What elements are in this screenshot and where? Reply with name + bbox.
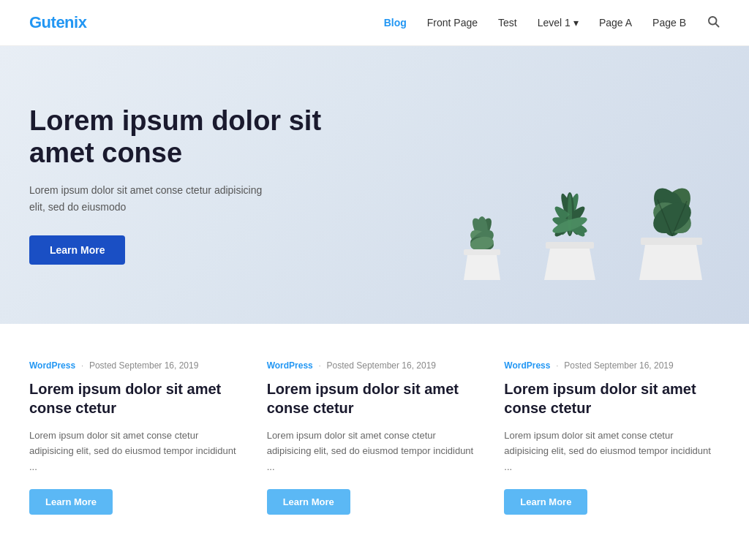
blog-category-3[interactable]: WordPress: [504, 360, 550, 371]
hero-section: Lorem ipsum dolor sit amet conse Lorem i…: [0, 46, 749, 324]
nav-item-level1[interactable]: Level 1 ▾: [538, 17, 579, 29]
hero-content: Lorem ipsum dolor sit amet conse Lorem i…: [29, 105, 322, 265]
blog-excerpt-3: Lorem ipsum dolor sit amet conse ctetur …: [504, 428, 720, 474]
blog-cta-button-1[interactable]: Learn More: [29, 489, 113, 515]
blog-dot-1: ·: [81, 362, 83, 370]
main-nav: Blog Front Page Test Level 1 ▾ Page A Pa…: [384, 15, 720, 31]
plant-2: [530, 178, 610, 280]
svg-point-18: [568, 194, 572, 235]
blog-card-2: WordPress · Posted September 16, 2019 Lo…: [267, 360, 483, 515]
nav-item-page-b[interactable]: Page B: [652, 17, 686, 29]
site-header: Gutenix Blog Front Page Test Level 1 ▾ P…: [0, 0, 749, 46]
hero-cta-button[interactable]: Learn More: [29, 235, 125, 265]
svg-rect-19: [546, 242, 594, 249]
nav-item-page-a[interactable]: Page A: [599, 17, 632, 29]
blog-excerpt-2: Lorem ipsum dolor sit amet conse ctetur …: [267, 428, 483, 474]
blog-title-3: Lorem ipsum dolor sit amet conse ctetur: [504, 379, 720, 417]
site-logo[interactable]: Gutenix: [29, 13, 86, 32]
svg-marker-20: [544, 249, 595, 280]
nav-item-test[interactable]: Test: [498, 17, 517, 29]
blog-date-2: Posted September 16, 2019: [327, 360, 436, 371]
blog-card-1: WordPress · Posted September 16, 2019 Lo…: [29, 360, 245, 515]
blog-meta-2: WordPress · Posted September 16, 2019: [267, 360, 483, 371]
plant-3: [625, 170, 720, 280]
search-icon[interactable]: [707, 15, 720, 31]
blog-date-1: Posted September 16, 2019: [89, 360, 198, 371]
blog-cta-button-3[interactable]: Learn More: [504, 489, 587, 515]
hero-illustration: [322, 90, 720, 280]
blog-section: WordPress · Posted September 16, 2019 Lo…: [0, 324, 749, 551]
svg-rect-9: [464, 249, 500, 255]
chevron-down-icon: ▾: [573, 17, 579, 29]
blog-card-3: WordPress · Posted September 16, 2019 Lo…: [504, 360, 720, 515]
blog-meta-3: WordPress · Posted September 16, 2019: [504, 360, 720, 371]
svg-marker-29: [639, 245, 702, 280]
blog-grid: WordPress · Posted September 16, 2019 Lo…: [29, 360, 720, 515]
blog-excerpt-1: Lorem ipsum dolor sit amet conse ctetur …: [29, 428, 245, 474]
blog-category-1[interactable]: WordPress: [29, 360, 75, 371]
blog-meta-1: WordPress · Posted September 16, 2019: [29, 360, 245, 371]
blog-title-2: Lorem ipsum dolor sit amet conse ctetur: [267, 379, 483, 417]
blog-title-1: Lorem ipsum dolor sit amet conse ctetur: [29, 379, 245, 417]
svg-line-1: [715, 23, 718, 26]
blog-dot-2: ·: [319, 362, 321, 370]
blog-date-3: Posted September 16, 2019: [564, 360, 673, 371]
nav-item-blog[interactable]: Blog: [384, 17, 407, 29]
svg-rect-28: [641, 238, 702, 245]
blog-category-2[interactable]: WordPress: [267, 360, 313, 371]
nav-item-front-page[interactable]: Front Page: [427, 17, 478, 29]
hero-description: Lorem ipsum dolor sit amet conse ctetur …: [29, 182, 263, 215]
blog-dot-3: ·: [556, 362, 558, 370]
hero-title: Lorem ipsum dolor sit amet conse: [29, 105, 322, 169]
svg-marker-10: [464, 255, 500, 280]
plant-1: [449, 192, 515, 280]
blog-cta-button-2[interactable]: Learn More: [267, 489, 350, 515]
